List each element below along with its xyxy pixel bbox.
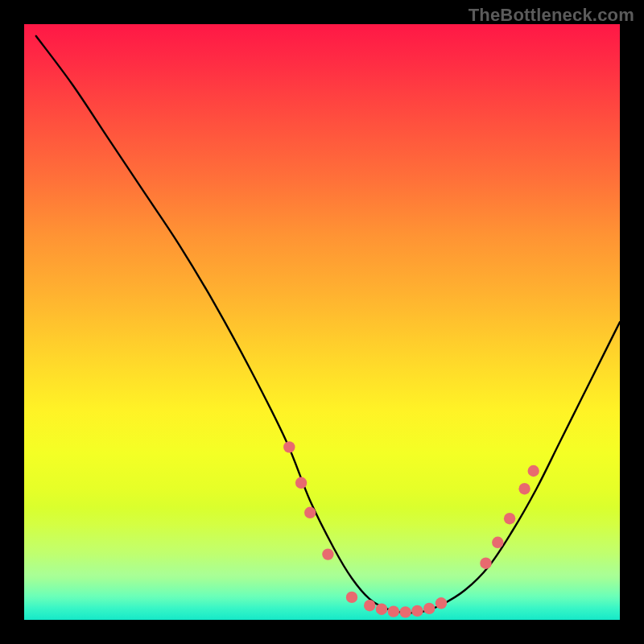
marker-dot — [283, 441, 295, 452]
marker-dot — [518, 483, 530, 494]
marker-dot — [376, 604, 387, 615]
bottleneck-curve — [36, 36, 620, 613]
marker-dot — [304, 507, 316, 518]
marker-dot — [528, 465, 539, 477]
marker-dot — [399, 606, 411, 617]
marker-dot — [423, 603, 435, 614]
watermark-text: TheBottleneck.com — [469, 5, 634, 26]
plot-area — [24, 24, 620, 620]
marker-dot — [480, 558, 491, 569]
curve-svg — [24, 24, 620, 620]
marker-dot — [411, 605, 423, 617]
marker-dot — [492, 537, 503, 548]
marker-dot — [504, 513, 515, 524]
marker-dot — [322, 548, 333, 559]
marker-dot — [436, 597, 447, 609]
chart-frame: TheBottleneck.com — [0, 0, 644, 644]
marker-dot — [388, 605, 399, 617]
marker-dot — [295, 477, 307, 489]
curve-markers — [283, 441, 539, 617]
marker-dot — [364, 600, 375, 611]
marker-dot — [346, 592, 357, 603]
